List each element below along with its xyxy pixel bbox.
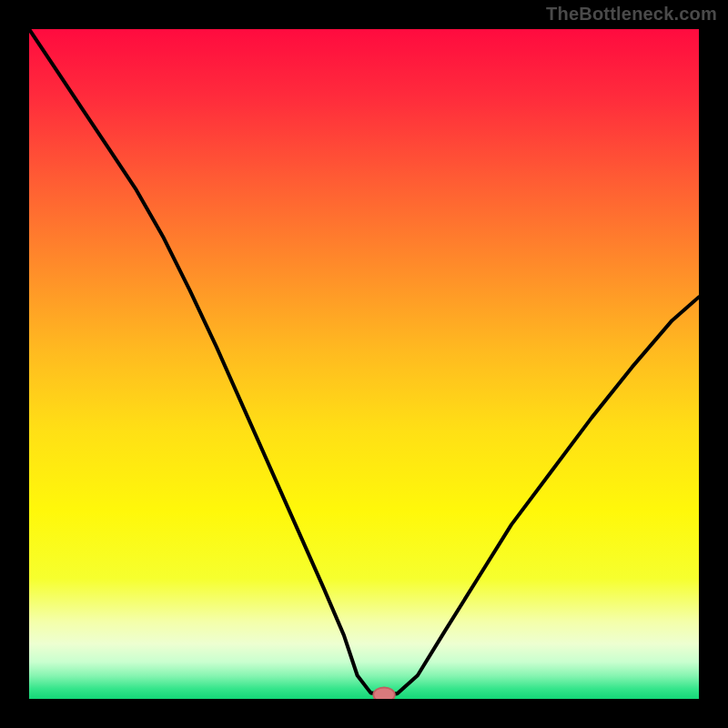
plot-area xyxy=(29,29,699,699)
gradient-background xyxy=(29,29,699,699)
optimal-point-marker xyxy=(373,687,395,699)
plot-svg xyxy=(29,29,699,699)
watermark-text: TheBottleneck.com xyxy=(546,4,717,25)
chart-frame: TheBottleneck.com xyxy=(0,0,728,728)
